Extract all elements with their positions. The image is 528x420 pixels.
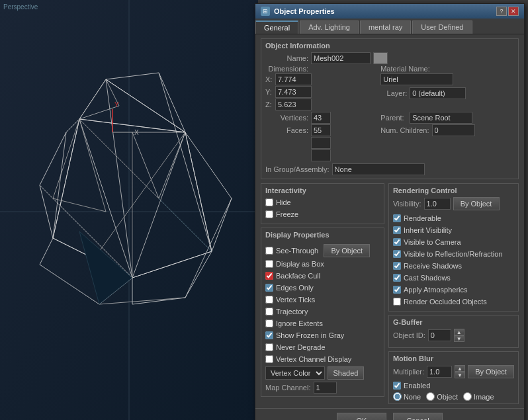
show-frozen-checkbox[interactable]	[265, 331, 273, 339]
obj-id-down-button[interactable]: ▼	[454, 335, 464, 342]
shaded-button[interactable]: Shaded	[328, 366, 364, 380]
hide-label[interactable]: Hide	[276, 198, 291, 206]
edges-only-checkbox[interactable]	[265, 284, 273, 292]
visible-to-camera-label[interactable]: Visible to Camera	[404, 238, 461, 246]
visible-refl-refr-label[interactable]: Visible to Reflection/Refraction	[404, 250, 503, 258]
edges-only-row: Edges Only	[265, 282, 380, 293]
ok-button[interactable]: OK	[337, 413, 386, 420]
faces-label: Faces:	[265, 126, 308, 134]
name-input[interactable]	[311, 52, 371, 64]
extra-input-2[interactable]	[311, 149, 331, 161]
see-through-label[interactable]: See-Through	[276, 247, 318, 255]
multiplier-row: Multiplier: ▲ ▼ By Object	[393, 365, 514, 378]
display-as-box-checkbox[interactable]	[265, 260, 273, 268]
visibility-input[interactable]	[424, 198, 451, 210]
cast-shadows-label[interactable]: Cast Shadows	[404, 274, 451, 282]
in-group-input[interactable]	[332, 163, 425, 175]
object-label[interactable]: Object	[437, 393, 458, 401]
never-degrade-label[interactable]: Never Degrade	[276, 343, 326, 351]
object-radio[interactable]	[426, 392, 435, 401]
motion-blur-by-object-button[interactable]: By Object	[468, 365, 514, 378]
render-by-object-button[interactable]: By Object	[453, 197, 500, 210]
trajectory-checkbox[interactable]	[265, 308, 273, 315]
none-label[interactable]: None	[404, 393, 421, 401]
apply-atmospherics-label[interactable]: Apply Atmospherics	[404, 286, 468, 294]
color-swatch[interactable]	[373, 52, 388, 64]
vertex-color-dropdown[interactable]: Vertex Color	[265, 366, 325, 380]
svg-text:Perspective: Perspective	[3, 3, 38, 11]
freeze-label[interactable]: Freeze	[276, 210, 298, 218]
edges-only-label[interactable]: Edges Only	[276, 284, 314, 292]
layer-input[interactable]	[410, 87, 466, 99]
vertex-channel-label[interactable]: Vertex Channel Display	[276, 355, 351, 363]
cast-shadows-checkbox[interactable]	[393, 274, 401, 282]
render-occluded-label[interactable]: Render Occluded Objects	[404, 298, 487, 306]
tab-mental-ray[interactable]: mental ray	[360, 21, 411, 34]
visible-refl-refr-checkbox[interactable]	[393, 250, 401, 258]
dim-z-input[interactable]	[275, 99, 312, 110]
dim-y-input[interactable]	[275, 86, 312, 98]
vertices-input[interactable]	[311, 112, 331, 124]
dim-z-row: Z:	[265, 99, 376, 110]
inherit-visibility-checkbox[interactable]	[393, 226, 401, 234]
viewport-3d: Y X Perspective	[0, 0, 258, 420]
layer-label: Layer:	[380, 89, 407, 97]
object-id-label: Object ID:	[393, 331, 425, 339]
image-label[interactable]: Image	[474, 393, 494, 401]
dim-y-row: Y:	[265, 86, 376, 98]
image-radio-row: Image	[463, 392, 494, 401]
dim-x-row: X:	[265, 73, 376, 85]
map-channel-input[interactable]	[314, 382, 337, 394]
close-button[interactable]: ✕	[508, 7, 519, 16]
inherit-visibility-label[interactable]: Inherit Visibility	[404, 226, 452, 234]
multiplier-down-button[interactable]: ▼	[455, 372, 465, 378]
see-through-checkbox[interactable]	[265, 247, 273, 255]
renderable-label[interactable]: Renderable	[404, 214, 441, 222]
object-id-input[interactable]	[428, 329, 451, 341]
cancel-button[interactable]: Cancel	[393, 413, 443, 420]
receive-shadows-label[interactable]: Receive Shadows	[404, 262, 462, 270]
extra-input-1[interactable]	[311, 137, 331, 149]
dim-x-input[interactable]	[275, 73, 312, 85]
tab-user-defined[interactable]: User Defined	[412, 21, 472, 34]
backface-cull-checkbox[interactable]	[265, 272, 273, 280]
ignore-extents-label[interactable]: Ignore Extents	[276, 319, 323, 327]
vertex-ticks-label[interactable]: Vertex Ticks	[276, 296, 315, 304]
enabled-checkbox[interactable]	[393, 382, 401, 390]
renderable-checkbox[interactable]	[393, 214, 401, 222]
material-name-input[interactable]	[380, 73, 453, 85]
never-degrade-checkbox[interactable]	[265, 343, 273, 351]
backface-cull-row: Backface Cull	[265, 271, 380, 281]
trajectory-label[interactable]: Trajectory	[276, 308, 308, 315]
faces-input[interactable]	[311, 124, 331, 136]
renderable-row: Renderable	[393, 213, 514, 224]
hide-checkbox[interactable]	[265, 198, 273, 206]
image-radio[interactable]	[463, 392, 472, 401]
num-children-input[interactable]	[432, 124, 475, 136]
ignore-extents-checkbox[interactable]	[265, 319, 273, 327]
tab-general[interactable]: General	[255, 21, 298, 34]
visible-to-camera-checkbox[interactable]	[393, 238, 401, 246]
none-radio[interactable]	[393, 392, 402, 401]
freeze-checkbox[interactable]	[265, 210, 273, 218]
right-column: Rendering Control Visibility: By Object …	[388, 183, 519, 404]
enabled-label[interactable]: Enabled	[404, 382, 430, 390]
parent-input[interactable]	[410, 112, 472, 124]
show-frozen-label[interactable]: Show Frozen in Gray	[276, 331, 344, 339]
render-occluded-checkbox[interactable]	[393, 298, 401, 306]
receive-shadows-checkbox[interactable]	[393, 262, 401, 270]
display-as-box-label[interactable]: Display as Box	[276, 260, 324, 268]
tab-adv-lighting[interactable]: Adv. Lighting	[300, 21, 359, 34]
help-button[interactable]: ?	[496, 7, 507, 16]
multiplier-up-button[interactable]: ▲	[455, 365, 465, 372]
apply-atmospherics-checkbox[interactable]	[393, 286, 401, 294]
backface-cull-label[interactable]: Backface Cull	[276, 272, 320, 280]
display-by-object-button[interactable]: By Object	[324, 244, 370, 257]
vertex-ticks-checkbox[interactable]	[265, 296, 273, 304]
multiplier-label: Multiplier:	[393, 368, 424, 376]
multiplier-input[interactable]	[427, 366, 452, 378]
svg-text:Y: Y	[114, 101, 119, 108]
vertex-channel-checkbox[interactable]	[265, 355, 273, 363]
rendering-control-title: Rendering Control	[393, 187, 514, 194]
obj-id-up-button[interactable]: ▲	[454, 329, 464, 335]
